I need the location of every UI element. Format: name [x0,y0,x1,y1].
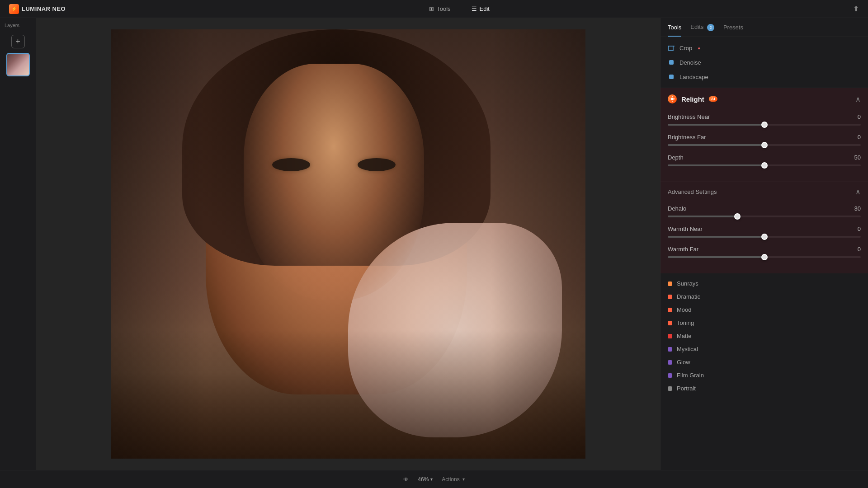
warmth-near-fill [668,236,764,238]
mystical-icon [668,347,672,352]
advanced-settings-header[interactable]: Advanced Settings ∧ [660,182,868,202]
dramatic-icon [668,295,672,299]
main-layout: Layers + [0,18,868,470]
topbar-right: ⬆ [853,5,859,13]
depth-value: 50 [854,154,861,161]
brightness-far-fill [668,144,764,146]
tool-denoise[interactable]: Denoise [668,55,861,70]
mood-icon [668,308,672,312]
tool-dramatic[interactable]: Dramatic [660,290,868,303]
relight-icon [668,94,677,103]
relight-panel: Relight AI ∧ Brightness Near 0 [660,88,868,273]
relight-header[interactable]: Relight AI ∧ [660,88,868,110]
actions-dropdown-icon: ▾ [462,477,465,482]
advanced-sliders: Dehalo 30 Warmth Near 0 [660,202,868,273]
brightness-far-thumb[interactable] [761,142,768,148]
dehalo-row: Dehalo 30 [668,205,861,217]
depth-row: Depth 50 [668,154,861,166]
film-grain-icon [668,373,672,378]
catalog-icon: ⊞ [429,5,434,12]
ai-badge: AI [709,96,717,102]
eye-right [358,158,396,171]
warmth-near-value: 0 [858,225,861,232]
advanced-collapse-icon: ∧ [855,188,861,196]
landscape-icon [668,73,675,80]
brightness-far-label: Brightness Far [668,134,706,141]
eye-icon: 👁 [403,476,409,483]
warmth-near-label: Warmth Near [668,225,703,232]
brightness-far-slider[interactable] [668,144,861,146]
tool-mystical[interactable]: Mystical [660,343,868,356]
tool-portrait[interactable]: Portrait [660,382,868,395]
warmth-near-thumb[interactable] [761,234,768,240]
share-icon[interactable]: ⬆ [853,5,859,13]
relight-title: Relight [681,95,704,103]
panel-tabs: Tools Edits 2 Presets [660,18,868,37]
depth-label: Depth [668,154,684,161]
right-panel: Tools Edits 2 Presets Crop [660,18,868,470]
dehalo-slider[interactable] [668,216,861,217]
tab-edits[interactable]: Edits 2 [690,22,714,33]
layers-title: Layers [0,23,19,28]
advanced-settings-title: Advanced Settings [668,188,717,195]
brightness-near-row: Brightness Near 0 [668,113,861,126]
photo-background [111,29,585,459]
logo-text: LUMINAR NEO [22,5,66,12]
tool-crop[interactable]: Crop ● [668,41,861,55]
depth-fill [668,164,764,166]
status-bar: 👁 46% ▾ Actions ▾ [0,470,868,488]
crop-icon [668,44,675,52]
warmth-near-row: Warmth Near 0 [668,225,861,238]
layer-thumbnail[interactable] [6,53,30,76]
tool-mood[interactable]: Mood [660,303,868,316]
tool-toning[interactable]: Toning [660,316,868,329]
tool-landscape[interactable]: Landscape [668,70,861,84]
tool-film-grain[interactable]: Film Grain [660,369,868,382]
add-layer-button[interactable]: + [11,35,25,48]
brightness-near-thumb[interactable] [761,122,768,128]
toning-icon [668,321,672,325]
tool-glow[interactable]: Glow [660,356,868,369]
depth-thumb[interactable] [761,162,768,169]
relight-sliders: Brightness Near 0 Brightness Far 0 [660,110,868,182]
warmth-far-fill [668,256,764,258]
relight-collapse-icon[interactable]: ∧ [855,95,861,103]
dehalo-thumb[interactable] [734,213,741,220]
nav-catalog[interactable]: ⊞ Tools [425,4,454,14]
visibility-toggle[interactable]: 👁 [403,476,409,483]
topbar-nav: ⊞ Tools ☰ Edit [425,4,493,14]
nav-edit[interactable]: ☰ Edit [468,4,493,14]
svg-point-3 [671,98,674,100]
warmth-far-row: Warmth Far 0 [668,246,861,258]
brightness-near-fill [668,124,764,126]
portrait-icon [668,386,672,391]
relight-header-left: Relight AI [668,94,717,103]
dehalo-value: 30 [854,205,861,212]
brightness-near-value: 0 [858,113,861,120]
tab-tools[interactable]: Tools [668,22,681,33]
warmth-far-thumb[interactable] [761,254,768,260]
depth-slider[interactable] [668,164,861,166]
canvas-area[interactable] [36,18,660,470]
edits-badge: 2 [707,24,714,31]
tool-matte[interactable]: Matte [660,329,868,343]
crop-active-dot: ● [698,46,700,51]
photo-container [111,29,585,459]
actions-menu[interactable]: Actions ▾ [442,476,464,483]
brightness-near-slider[interactable] [668,124,861,126]
tool-sunrays[interactable]: Sunrays [660,277,868,290]
eye-left [272,158,310,171]
zoom-control[interactable]: 46% ▾ [418,476,433,483]
denoise-icon [668,59,675,66]
svg-rect-0 [669,46,673,51]
logo-icon: ⚡ [9,4,19,14]
app-logo: ⚡ LUMINAR NEO [9,4,66,14]
top-tools-section: Crop ● Denoise Landscape [660,37,868,88]
dehalo-label: Dehalo [668,205,686,212]
edit-icon: ☰ [472,5,477,12]
glow-icon [668,360,672,365]
warmth-far-slider[interactable] [668,256,861,258]
warmth-near-slider[interactable] [668,236,861,238]
brightness-far-row: Brightness Far 0 [668,134,861,146]
tab-presets[interactable]: Presets [723,22,743,33]
